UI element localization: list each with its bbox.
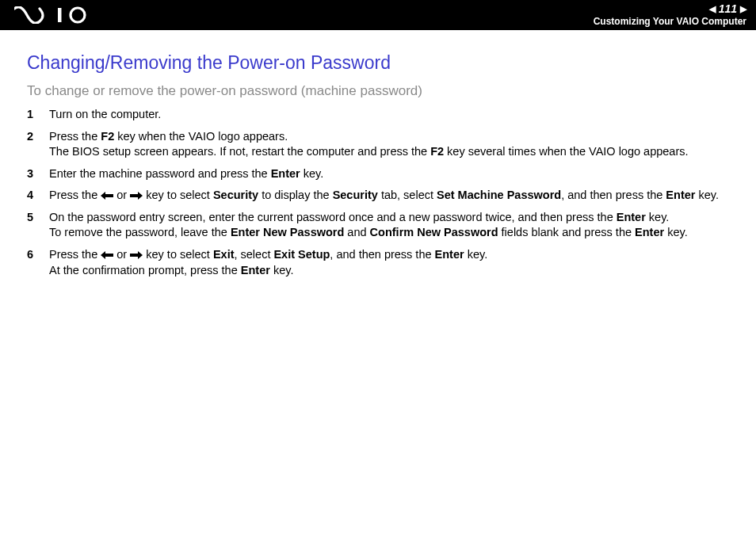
- step-body: Press the or key to select Security to d…: [49, 188, 729, 204]
- content: Changing/Removing the Power-on Password …: [0, 30, 756, 300]
- page-number: 111: [719, 2, 737, 16]
- header-bar: ◀ 111 ▶ Customizing Your VAIO Computer: [0, 0, 756, 30]
- svg-point-1: [71, 8, 85, 22]
- breadcrumb: Customizing Your VAIO Computer: [594, 16, 746, 27]
- step-body: On the password entry screen, enter the …: [49, 210, 729, 241]
- step-body: Press the F2 key when the VAIO logo appe…: [49, 129, 729, 160]
- arrow-left-icon: [101, 192, 113, 200]
- step-body: Enter the machine password and press the…: [49, 166, 729, 182]
- step-body: Press the or key to select Exit, select …: [49, 247, 729, 278]
- arrow-left-icon: [101, 251, 113, 259]
- arrow-right-icon: [130, 192, 143, 200]
- step: 5On the password entry screen, enter the…: [27, 210, 729, 241]
- step: 4Press the or key to select Security to …: [27, 188, 729, 204]
- arrow-right-icon: [130, 251, 143, 259]
- step: 2Press the F2 key when the VAIO logo app…: [27, 129, 729, 160]
- step-number: 6: [27, 247, 49, 263]
- steps-list: 1Turn on the computer.2Press the F2 key …: [27, 107, 729, 278]
- header-right: ◀ 111 ▶ Customizing Your VAIO Computer: [594, 2, 746, 27]
- vaio-logo: [14, 6, 101, 24]
- nav-next-icon[interactable]: ▶: [740, 4, 746, 14]
- step: 1Turn on the computer.: [27, 107, 729, 123]
- page-title: Changing/Removing the Power-on Password: [27, 52, 729, 74]
- step-number: 3: [27, 166, 49, 182]
- page-nav: ◀ 111 ▶: [709, 2, 746, 16]
- subtitle: To change or remove the power-on passwor…: [27, 83, 729, 99]
- vaio-logo-svg: [14, 6, 101, 24]
- step: 3Enter the machine password and press th…: [27, 166, 729, 182]
- step-number: 5: [27, 210, 49, 226]
- nav-prev-icon[interactable]: ◀: [709, 4, 716, 14]
- step-number: 4: [27, 188, 49, 204]
- svg-rect-0: [58, 8, 62, 22]
- step: 6Press the or key to select Exit, select…: [27, 247, 729, 278]
- step-number: 1: [27, 107, 49, 123]
- step-number: 2: [27, 129, 49, 145]
- step-body: Turn on the computer.: [49, 107, 729, 123]
